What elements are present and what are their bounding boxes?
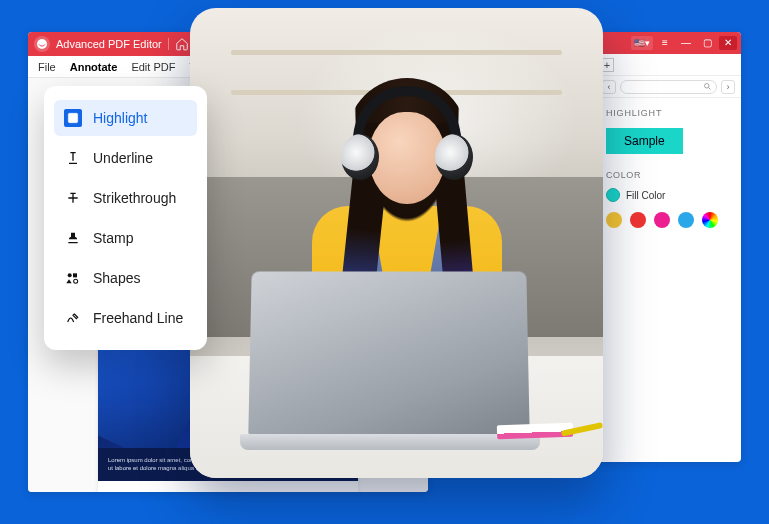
fill-color-label: Fill Color: [626, 190, 665, 201]
annotate-dropdown: Highlight Underline Strikethrough Stamp …: [44, 86, 207, 350]
window-controls: 🇺🇸▾ ≡ — ▢ ✕: [596, 32, 741, 54]
underline-icon: [64, 149, 82, 167]
app-logo-icon: [34, 36, 50, 52]
strikethrough-icon: [64, 189, 82, 207]
annotate-option-stamp[interactable]: Stamp: [54, 220, 197, 256]
palette-color[interactable]: [654, 212, 670, 228]
palette-color[interactable]: [606, 212, 622, 228]
hero-photo: [190, 8, 603, 478]
navigation-bar: ‹ ›: [596, 76, 741, 98]
maximize-button[interactable]: ▢: [698, 36, 716, 50]
close-button[interactable]: ✕: [719, 36, 737, 50]
option-label: Shapes: [93, 270, 140, 286]
option-label: Underline: [93, 150, 153, 166]
freehand-icon: [64, 309, 82, 327]
annotate-option-highlight[interactable]: Highlight: [54, 100, 197, 136]
option-label: Stamp: [93, 230, 133, 246]
svg-point-0: [37, 39, 47, 49]
shapes-icon: [64, 269, 82, 287]
highlight-sample: Sample: [606, 128, 683, 154]
search-icon: [703, 82, 712, 91]
nav-forward-button[interactable]: ›: [721, 80, 735, 94]
annotate-option-shapes[interactable]: Shapes: [54, 260, 197, 296]
fill-color-swatch: [606, 188, 620, 202]
tab-strip: +: [596, 54, 741, 76]
fill-color-row[interactable]: Fill Color: [606, 188, 731, 202]
search-field[interactable]: [620, 80, 717, 94]
palette-color-custom[interactable]: [702, 212, 718, 228]
menu-file[interactable]: File: [38, 61, 56, 73]
annotate-option-strikethrough[interactable]: Strikethrough: [54, 180, 197, 216]
option-label: Freehand Line: [93, 310, 183, 326]
section-heading-color: COLOR: [606, 170, 731, 180]
annotate-option-underline[interactable]: Underline: [54, 140, 197, 176]
language-flag-icon[interactable]: 🇺🇸▾: [631, 36, 653, 50]
app-title: Advanced PDF Editor: [56, 38, 162, 50]
color-palette: [606, 212, 731, 228]
menu-edit-pdf[interactable]: Edit PDF: [131, 61, 175, 73]
menu-icon[interactable]: ≡: [656, 36, 674, 50]
menu-annotate[interactable]: Annotate: [70, 61, 118, 73]
annotate-option-freehand[interactable]: Freehand Line: [54, 300, 197, 336]
option-label: Highlight: [93, 110, 147, 126]
section-heading-highlight: HIGHLIGHT: [606, 108, 731, 118]
svg-point-5: [705, 84, 710, 89]
minimize-button[interactable]: —: [677, 36, 695, 50]
nav-back-button[interactable]: ‹: [602, 80, 616, 94]
option-label: Strikethrough: [93, 190, 176, 206]
divider: [168, 38, 169, 50]
highlight-icon: [64, 109, 82, 127]
stamp-icon: [64, 229, 82, 247]
svg-rect-3: [73, 273, 77, 277]
home-icon[interactable]: [175, 37, 189, 51]
svg-point-2: [68, 273, 72, 277]
palette-color[interactable]: [630, 212, 646, 228]
svg-point-4: [74, 279, 78, 283]
properties-panel-window: 🇺🇸▾ ≡ — ▢ ✕ + ‹ › HIGHLIGHT Sample COLOR…: [596, 32, 741, 462]
palette-color[interactable]: [678, 212, 694, 228]
properties-body: HIGHLIGHT Sample COLOR Fill Color: [596, 98, 741, 238]
